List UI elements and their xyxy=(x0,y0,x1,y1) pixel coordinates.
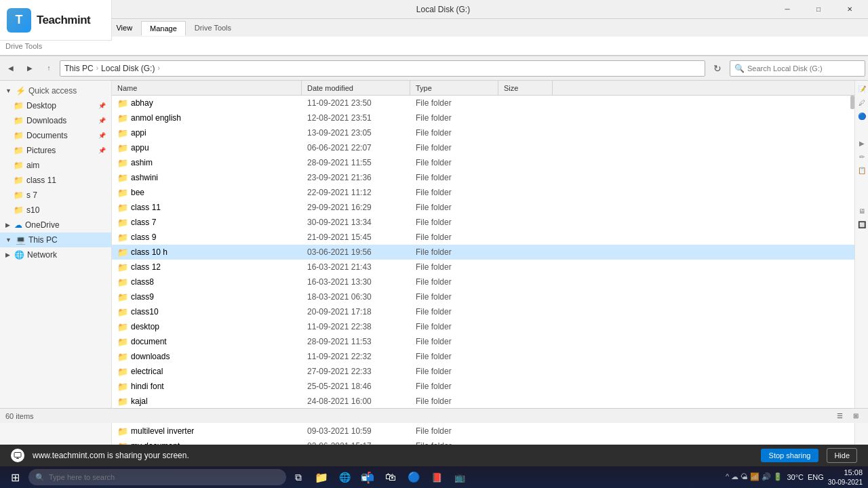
list-view-button[interactable]: ☰ xyxy=(833,411,846,422)
file-date-0: 11-09-2021 23:50 xyxy=(302,98,410,108)
ribbon-content: Drive Tools xyxy=(0,37,868,56)
file-row-1[interactable]: 📁 anmol english 12-08-2021 23:51 File fo… xyxy=(112,110,854,125)
taskbar-search-input[interactable] xyxy=(49,473,279,481)
up-button[interactable]: ↑ xyxy=(41,60,57,77)
file-row-19[interactable]: 📁 hindi font 25-05-2021 18:46 File folde… xyxy=(112,379,854,394)
file-row-2[interactable]: 📁 appi 13-09-2021 23:05 File folder xyxy=(112,125,854,140)
taskbar-chrome[interactable]: 🔵 xyxy=(403,468,425,487)
taskbar-taskview[interactable]: ⧉ xyxy=(288,468,309,487)
file-type-6: File folder xyxy=(410,188,498,197)
taskbar-tray: ^ ☁ 🌤 📶 🔊 🔋 xyxy=(726,472,783,481)
path-thispc[interactable]: This PC xyxy=(64,64,94,73)
file-row-22[interactable]: 📁 multilevel inverter 09-03-2021 10:59 F… xyxy=(112,424,854,439)
file-row-9[interactable]: 📁 class 9 21-09-2021 15:45 File folder xyxy=(112,230,854,245)
file-row-12[interactable]: 📁 class8 16-03-2021 13:30 File folder xyxy=(112,274,854,289)
panel-icon-1[interactable]: 📝 xyxy=(856,83,867,94)
file-date-1: 12-08-2021 23:51 xyxy=(302,113,410,123)
file-row-13[interactable]: 📁 class9 18-03-2021 06:30 File folder xyxy=(112,289,854,304)
file-date-2: 13-09-2021 23:05 xyxy=(302,128,410,138)
taskbar-pdf[interactable]: 📕 xyxy=(426,468,448,487)
taskbar-clock[interactable]: 15:08 30-09-2021 xyxy=(828,468,863,486)
col-header-date[interactable]: Date modified xyxy=(302,81,410,95)
file-row-7[interactable]: 📁 class 11 29-09-2021 16:29 File folder xyxy=(112,200,854,215)
folder-icon-14: 📁 xyxy=(117,307,128,317)
taskbar: ⊞ 🔍 ⧉ 📁 🌐 📬 🛍 🔵 📕 📺 ^ ☁ 🌤 📶 🔊 🔋 30°C ENG… xyxy=(0,466,868,488)
col-header-type[interactable]: Type xyxy=(410,81,498,95)
panel-icon-3[interactable]: 🔵 xyxy=(856,110,867,121)
sidebar-item-pictures[interactable]: 📁 Pictures 📌 xyxy=(0,143,111,158)
sidebar-item-documents[interactable]: 📁 Documents 📌 xyxy=(0,128,111,143)
minimize-button[interactable]: ─ xyxy=(772,0,803,20)
file-type-18: File folder xyxy=(410,367,498,376)
file-row-15[interactable]: 📁 desktop 11-09-2021 22:38 File folder xyxy=(112,319,854,334)
address-path[interactable]: This PC › Local Disk (G:) › xyxy=(60,60,705,77)
sidebar-item-quickaccess[interactable]: ▼ ⚡ Quick access xyxy=(0,83,111,98)
start-button[interactable]: ⊞ xyxy=(3,468,27,487)
file-date-3: 06-06-2021 22:07 xyxy=(302,143,410,152)
panel-icon-4[interactable]: ▶ xyxy=(856,138,867,148)
search-box[interactable]: 🔍 xyxy=(730,60,865,77)
file-row-20[interactable]: 📁 kajal 24-08-2021 16:00 File folder xyxy=(112,394,854,409)
file-row-5[interactable]: 📁 ashwini 23-09-2021 21:36 File folder xyxy=(112,170,854,185)
file-row-6[interactable]: 📁 bee 22-09-2021 11:12 File folder xyxy=(112,185,854,200)
taskbar-mail[interactable]: 📬 xyxy=(357,468,378,487)
sidebar-item-s7[interactable]: 📁 s 7 xyxy=(0,188,111,203)
sidebar-item-desktop[interactable]: 📁 Desktop 📌 xyxy=(0,98,111,113)
explorer-window: 🗂 Local Disk (G:) ─ □ ✕ File Home Share … xyxy=(0,0,868,445)
taskbar-store[interactable]: 🛍 xyxy=(380,468,401,487)
col-header-size[interactable]: Size xyxy=(498,81,553,95)
panel-icon-7[interactable]: 🖥 xyxy=(856,205,867,216)
sidebar-item-onedrive[interactable]: ▶ ☁ OneDrive xyxy=(0,218,111,232)
sidebar-item-class11[interactable]: 📁 class 11 xyxy=(0,173,111,188)
file-row-8[interactable]: 📁 class 7 30-09-2021 13:34 File folder xyxy=(112,215,854,230)
file-name-10: 📁 class 10 h xyxy=(112,247,302,258)
refresh-button[interactable]: ↻ xyxy=(708,60,727,77)
grid-view-button[interactable]: ⊞ xyxy=(849,411,863,422)
sidebar-item-s10[interactable]: 📁 s10 xyxy=(0,203,111,218)
panel-icon-8[interactable]: 🔲 xyxy=(856,219,867,230)
hide-button[interactable]: Hide xyxy=(827,448,857,463)
file-row-4[interactable]: 📁 ashim 28-09-2021 11:55 File folder xyxy=(112,155,854,170)
sidebar-item-aim[interactable]: 📁 aim xyxy=(0,158,111,173)
folder-icon-3: 📁 xyxy=(117,143,128,153)
pin-icon-doc: 📌 xyxy=(98,132,106,139)
file-row-17[interactable]: 📁 downloads 11-09-2021 22:32 File folder xyxy=(112,349,854,364)
panel-icon-2[interactable]: 🖊 xyxy=(856,97,867,108)
path-localdisk[interactable]: Local Disk (G:) xyxy=(101,64,155,73)
file-row-14[interactable]: 📁 class10 20-09-2021 17:18 File folder xyxy=(112,304,854,319)
taskbar-search[interactable]: 🔍 xyxy=(28,469,286,485)
stop-sharing-button[interactable]: Stop sharing xyxy=(761,449,819,462)
tab-drive-tools[interactable]: Drive Tools xyxy=(186,20,240,35)
taskbar-explorer[interactable]: 📁 xyxy=(311,468,332,487)
search-input[interactable] xyxy=(747,64,861,73)
file-row-11[interactable]: 📁 class 12 16-03-2021 21:43 File folder xyxy=(112,260,854,274)
sidebar-item-thispc[interactable]: ▼ 💻 This PC xyxy=(0,232,111,247)
ribbon-tabs: File Home Share View Manage Drive Tools xyxy=(0,19,868,37)
file-row-0[interactable]: 📁 abhay 11-09-2021 23:50 File folder xyxy=(112,96,854,110)
panel-icon-5[interactable]: ✏ xyxy=(856,151,867,162)
file-row-3[interactable]: 📁 appu 06-06-2021 22:07 File folder xyxy=(112,140,854,155)
file-name-14: 📁 class10 xyxy=(112,307,302,317)
file-date-17: 11-09-2021 22:32 xyxy=(302,352,410,361)
col-header-name[interactable]: Name xyxy=(112,81,302,95)
close-button[interactable]: ✕ xyxy=(834,0,865,20)
taskbar-browser1[interactable]: 🌐 xyxy=(334,468,355,487)
file-row-16[interactable]: 📁 document 28-09-2021 11:53 File folder xyxy=(112,334,854,349)
file-row-10[interactable]: 📁 class 10 h 03-06-2021 19:56 File folde… xyxy=(112,245,854,260)
taskbar-app[interactable]: 📺 xyxy=(449,468,471,487)
tab-manage[interactable]: Manage xyxy=(141,21,186,36)
folder-icon-15: 📁 xyxy=(117,322,128,332)
back-button[interactable]: ◀ xyxy=(3,60,19,77)
panel-icon-6[interactable]: 📋 xyxy=(856,165,867,176)
file-row-23[interactable]: 📁 my document 02-06-2021 15:17 File fold… xyxy=(112,439,854,445)
tab-view[interactable]: View xyxy=(107,20,141,35)
title-bar: 🗂 Local Disk (G:) ─ □ ✕ xyxy=(0,0,868,19)
maximize-button[interactable]: □ xyxy=(803,0,834,20)
sidebar-item-downloads[interactable]: 📁 Downloads 📌 xyxy=(0,113,111,128)
sidebar-item-network[interactable]: ▶ 🌐 Network xyxy=(0,247,111,262)
forward-button[interactable]: ▶ xyxy=(22,60,38,77)
folder-icon-6: 📁 xyxy=(117,188,128,198)
file-row-18[interactable]: 📁 electrical 27-09-2021 22:33 File folde… xyxy=(112,364,854,379)
file-list-container: Name Date modified Type Size 📁 abhay 11-… xyxy=(112,81,854,445)
folder-icon-20: 📁 xyxy=(117,396,128,407)
